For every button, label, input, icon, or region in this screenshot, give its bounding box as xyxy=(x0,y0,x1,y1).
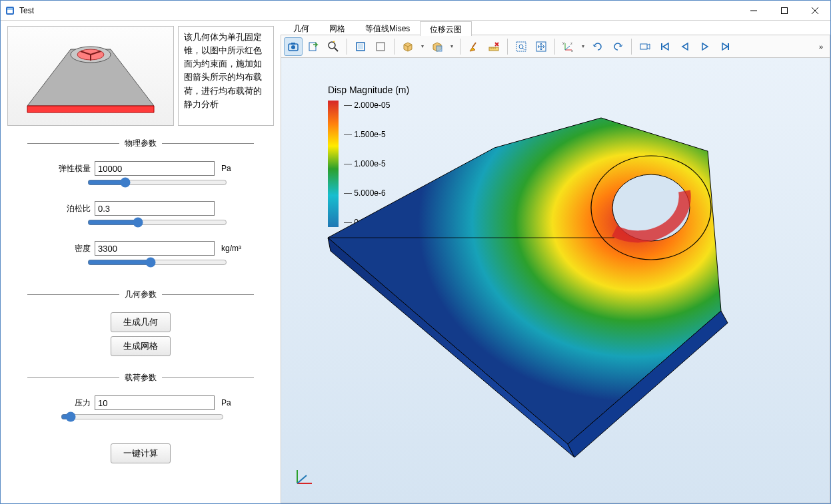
transparency-dropdown-icon[interactable]: ▾ xyxy=(448,43,456,49)
svg-rect-23 xyxy=(436,46,442,51)
svg-line-31 xyxy=(522,48,524,50)
app-icon xyxy=(5,5,15,16)
density-label: 密度 xyxy=(54,243,91,254)
load-params-group: 载荷参数 压力 Pa 一键计算 xyxy=(27,372,254,467)
maximize-button[interactable] xyxy=(769,1,800,21)
svg-rect-25 xyxy=(489,47,498,51)
svg-rect-21 xyxy=(358,44,363,49)
export-icon[interactable] xyxy=(304,37,323,56)
axis-dropdown-icon[interactable]: ▾ xyxy=(579,43,587,49)
screenshot-icon[interactable] xyxy=(284,37,303,56)
window-title: Test xyxy=(19,6,34,15)
result-model xyxy=(281,58,814,497)
transparency-icon[interactable] xyxy=(428,37,446,56)
svg-point-18 xyxy=(329,42,335,49)
prev-frame-icon[interactable] xyxy=(676,37,694,56)
pressure-unit: Pa xyxy=(221,398,231,407)
density-input[interactable] xyxy=(95,241,215,256)
svg-rect-4 xyxy=(782,7,788,13)
poisson-label: 泊松比 xyxy=(54,203,91,214)
svg-text:y: y xyxy=(562,41,564,45)
tab-contour-mises[interactable]: 等值线Mises xyxy=(355,21,420,35)
compute-button[interactable]: 一键计算 xyxy=(111,443,171,463)
svg-rect-2 xyxy=(7,8,13,10)
rotate-cw-icon[interactable] xyxy=(588,37,607,56)
physics-params-group: 物理参数 弹性模量 Pa 泊松比 密度 kg/m³ xyxy=(27,138,254,277)
axis-triad-icon xyxy=(292,465,316,491)
select-box-icon[interactable] xyxy=(351,37,370,56)
box-icon[interactable] xyxy=(399,37,417,56)
density-slider[interactable] xyxy=(87,257,227,268)
minimize-button[interactable] xyxy=(738,1,769,21)
viewport-3d[interactable]: Disp Magnitude (m) 2.000e-05 1.500e-5 1.… xyxy=(281,58,830,503)
tab-mesh[interactable]: 网格 xyxy=(319,21,355,35)
window-controls xyxy=(738,1,830,21)
poisson-slider[interactable] xyxy=(87,217,227,228)
geometry-preview xyxy=(7,26,174,126)
geometry-legend: 几何参数 xyxy=(119,289,162,300)
elastic-slider[interactable] xyxy=(87,177,227,188)
axis-triad-icon[interactable]: zyx xyxy=(559,37,578,56)
next-frame-icon[interactable] xyxy=(716,37,734,56)
elastic-unit: Pa xyxy=(221,164,231,173)
pressure-label: 压力 xyxy=(54,397,91,409)
viewport-toolbar: ▾ ▾ zyx ▾ » xyxy=(281,35,830,58)
left-panel: 该几何体为单孔固定锥，以图中所示红色面为约束面，施加如图箭头所示的均布载荷，进行… xyxy=(1,21,281,503)
first-frame-icon[interactable] xyxy=(656,37,674,56)
generate-geometry-button[interactable]: 生成几何 xyxy=(111,312,171,332)
svg-point-15 xyxy=(291,45,295,49)
deselect-icon[interactable] xyxy=(371,37,390,56)
svg-rect-22 xyxy=(377,43,385,51)
tab-geometry[interactable]: 几何 xyxy=(283,21,319,35)
svg-marker-8 xyxy=(27,106,154,113)
broom-icon[interactable] xyxy=(464,37,483,56)
ruler-delete-icon[interactable] xyxy=(484,37,503,56)
zoom-icon[interactable] xyxy=(324,37,343,56)
camera-icon[interactable] xyxy=(636,37,654,56)
elastic-input[interactable] xyxy=(95,161,215,176)
right-panel: 几何 网格 等值线Mises 位移云图 ▾ ▾ zyx ▾ xyxy=(281,21,830,503)
svg-marker-42 xyxy=(328,118,721,444)
rotate-ccw-icon[interactable] xyxy=(608,37,627,56)
poisson-input[interactable] xyxy=(95,201,215,216)
svg-rect-17 xyxy=(309,43,316,51)
svg-line-35 xyxy=(565,46,570,50)
density-unit: kg/m³ xyxy=(221,244,241,253)
pressure-slider[interactable] xyxy=(61,411,224,422)
box-dropdown-icon[interactable]: ▾ xyxy=(418,43,426,49)
svg-text:x: x xyxy=(571,49,573,53)
svg-rect-39 xyxy=(640,44,647,49)
pressure-input[interactable] xyxy=(95,395,215,410)
toolbar-overflow-icon[interactable]: » xyxy=(815,43,827,51)
description-text: 该几何体为单孔固定锥，以图中所示红色面为约束面，施加如图箭头所示的均布载荷，进行… xyxy=(178,26,274,126)
view-tabs: 几何 网格 等值线Mises 位移云图 xyxy=(281,21,830,35)
svg-line-24 xyxy=(472,43,476,47)
svg-line-19 xyxy=(335,48,338,51)
load-legend: 载荷参数 xyxy=(119,372,162,383)
elastic-label: 弹性模量 xyxy=(54,163,91,174)
generate-mesh-button[interactable]: 生成网格 xyxy=(111,336,171,356)
physics-legend: 物理参数 xyxy=(119,138,162,149)
svg-text:z: z xyxy=(570,41,572,45)
zoom-region-icon[interactable] xyxy=(512,37,530,56)
titlebar: Test xyxy=(1,1,830,21)
svg-line-50 xyxy=(297,475,307,483)
play-icon[interactable] xyxy=(696,37,714,56)
svg-rect-16 xyxy=(291,43,295,45)
close-button[interactable] xyxy=(800,1,830,21)
geometry-params-group: 几何参数 生成几何 生成网格 xyxy=(27,289,254,360)
tab-displacement-cloud[interactable]: 位移云图 xyxy=(420,21,472,36)
pan-icon[interactable] xyxy=(532,37,550,56)
